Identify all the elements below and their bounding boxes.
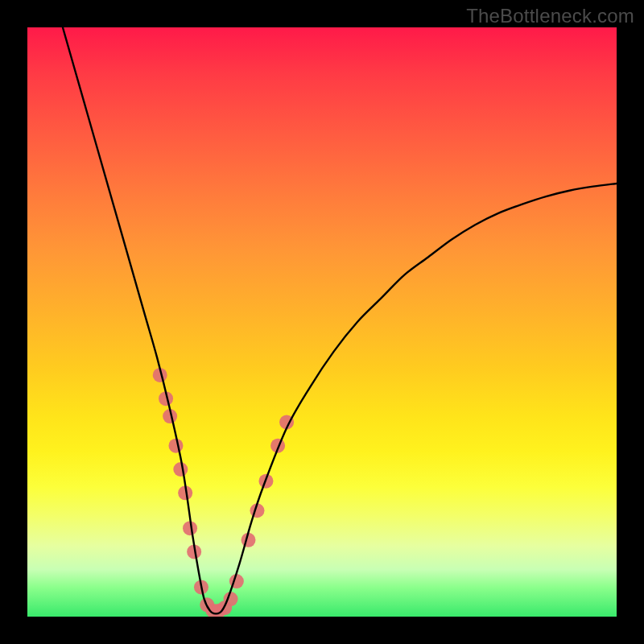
watermark-text: TheBottleneck.com [466, 5, 634, 27]
highlight-dot [173, 462, 188, 477]
plot-area [27, 27, 617, 617]
curve-layer [27, 27, 617, 617]
chart-frame: TheBottleneck.com [0, 0, 644, 644]
highlight-dot [168, 439, 183, 453]
scatter-dots [153, 368, 294, 617]
bottleneck-curve [63, 27, 617, 613]
